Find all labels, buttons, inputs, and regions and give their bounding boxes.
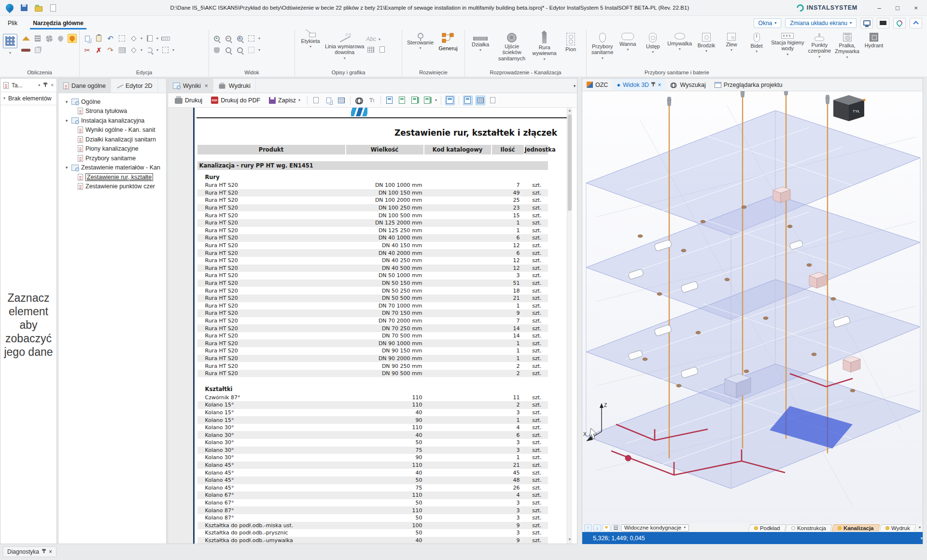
scroll-down-icon[interactable]: ▼ xyxy=(567,537,572,543)
tab-wyniki[interactable]: Wyniki × xyxy=(168,79,213,93)
chevron-down-icon[interactable]: ▾ xyxy=(3,51,17,55)
calculator-icon[interactable] xyxy=(3,34,17,48)
chevron-down-icon[interactable]: ▾ xyxy=(64,165,69,170)
ribbon-button[interactable]: Etykieta ▾ xyxy=(298,32,323,62)
diagnostics-tab[interactable]: Diagnostyka × xyxy=(3,546,56,557)
info-drop-icon[interactable] xyxy=(893,18,906,28)
print-pdf-button[interactable]: PDFDrukuj do PDF xyxy=(208,95,263,105)
panel-menu-chevron[interactable]: ▾ xyxy=(572,79,577,93)
mirror-icon[interactable] xyxy=(145,34,154,43)
chevron-down-icon[interactable]: ▾ xyxy=(916,536,923,541)
ribbon-button[interactable]: Działka ▾ xyxy=(468,32,493,63)
font-size-icon[interactable]: Tt xyxy=(367,96,377,105)
bookmarks-pane-icon[interactable] xyxy=(476,96,485,105)
chevron-down-icon[interactable]: ▾ xyxy=(258,36,260,41)
close-icon[interactable]: × xyxy=(658,82,661,88)
table-insert-icon[interactable] xyxy=(366,45,375,54)
layout-change-button[interactable]: Zmiana układu ekranu▾ xyxy=(785,18,857,28)
table-move-icon[interactable] xyxy=(117,45,126,55)
chevron-down-icon[interactable]: ▾ xyxy=(156,36,158,41)
tab-wydruki[interactable]: Wydruki xyxy=(213,79,256,93)
tab-widok-3d[interactable]: ● Widok 3D × xyxy=(612,79,665,91)
zoom-in-icon[interactable]: + xyxy=(212,34,221,43)
layer-tab[interactable]: Kanalizacja xyxy=(832,524,880,532)
pin-icon[interactable] xyxy=(42,549,46,555)
paste-icon[interactable] xyxy=(94,34,103,43)
selection-region-icon[interactable] xyxy=(247,45,256,55)
project-browser-button[interactable]: Przeglądarka projektu xyxy=(710,79,787,91)
tree-item[interactable]: Przybory sanitarne xyxy=(58,154,166,163)
zoom-area-icon[interactable] xyxy=(247,34,256,43)
layer-tab[interactable]: Konstrukcja xyxy=(785,524,832,532)
tab-dane-ogolne[interactable]: Dane ogólne xyxy=(58,79,111,93)
navigation-cube[interactable]: TYŁ xyxy=(833,95,866,121)
film-icon[interactable] xyxy=(877,18,889,28)
close-icon[interactable]: × xyxy=(49,548,52,555)
app-logo-icon[interactable] xyxy=(5,3,14,13)
visible-floors-dropdown[interactable]: Widoczne kondygnacje ▾ xyxy=(621,524,689,532)
fan-calc-icon[interactable] xyxy=(44,34,54,43)
pin-icon[interactable] xyxy=(43,83,47,88)
close-button[interactable]: × xyxy=(907,1,925,14)
tree-item[interactable]: ▾ Ogólne xyxy=(58,97,166,107)
delete-icon[interactable]: ✗ xyxy=(94,45,103,55)
ribbon-button[interactable]: Brodzik ▾ xyxy=(694,32,719,62)
properties-pane-icon[interactable] xyxy=(488,96,498,105)
copy-report-icon[interactable] xyxy=(324,96,334,105)
roof-calc-icon[interactable] xyxy=(21,34,30,43)
viewport-3d[interactable]: TYŁ Z X xyxy=(582,91,923,523)
layer-tab[interactable]: Podkład xyxy=(748,524,786,532)
rotate-icon[interactable] xyxy=(145,45,154,55)
undo-icon[interactable]: ↶ xyxy=(106,34,115,43)
search-button[interactable]: Wyszukaj xyxy=(665,79,710,91)
tree-item[interactable]: ▾ Instalacja kanalizacyjna xyxy=(58,116,166,126)
fit-width-icon[interactable] xyxy=(445,96,455,105)
ribbon-button[interactable]: Umywalka ▾ xyxy=(665,32,694,62)
zoom-previous-icon[interactable] xyxy=(224,45,233,55)
save-icon[interactable] xyxy=(19,3,29,13)
multi-page-view-icon[interactable] xyxy=(422,96,432,105)
node-icon[interactable] xyxy=(129,34,138,43)
chevron-down-icon[interactable]: ▾ xyxy=(379,37,380,42)
chevron-down-icon[interactable]: ▾ xyxy=(3,97,5,100)
chevron-down-icon[interactable]: ▾ xyxy=(140,36,142,41)
search-binoculars-icon[interactable] xyxy=(354,96,364,105)
single-page-view-icon[interactable] xyxy=(385,96,394,105)
close-icon[interactable]: × xyxy=(51,83,54,88)
collapse-ribbon-icon[interactable] xyxy=(910,18,922,28)
scroll-up-icon[interactable]: ▲ xyxy=(567,108,572,114)
floor-down-icon[interactable]: ↓ xyxy=(593,524,601,532)
cut-icon[interactable]: ✂ xyxy=(83,45,92,55)
chevron-down-icon[interactable]: ▾ xyxy=(156,48,158,52)
two-page-view-icon[interactable] xyxy=(410,96,420,105)
chevron-down-icon[interactable]: ▾ xyxy=(919,526,921,530)
align-nodes-icon[interactable] xyxy=(129,45,138,55)
tab-plik[interactable]: Plik xyxy=(0,18,25,28)
save-report-button[interactable]: Zapisz▾ xyxy=(266,96,303,105)
filter-icon[interactable] xyxy=(603,524,610,532)
ribbon-button[interactable]: Bidet ▾ xyxy=(744,32,769,62)
ribbon-button[interactable]: Ujście ścieków sanitarnych xyxy=(493,32,531,63)
print-button[interactable]: Drukuj xyxy=(172,95,205,105)
chevron-down-icon[interactable]: ▾ xyxy=(435,98,437,102)
ribbon-button[interactable]: Pralka, Zmywarka ▾ xyxy=(833,32,861,62)
ribbon-button[interactable]: Wanna ▾ xyxy=(615,32,640,62)
ribbon-button[interactable]: Rura wywiewna ▾ xyxy=(531,32,558,63)
thumbnails-pane-icon[interactable] xyxy=(463,96,473,105)
sewage-calc-icon[interactable] xyxy=(68,34,77,43)
redo-icon[interactable]: ↷ xyxy=(106,45,115,55)
chevron-down-icon[interactable]: ▾ xyxy=(64,118,69,123)
new-file-icon[interactable] xyxy=(48,3,58,13)
ribbon-button[interactable]: Pion xyxy=(558,32,583,63)
ribbon-button[interactable]: Hydrant xyxy=(861,32,886,62)
zoom-window-icon[interactable] xyxy=(235,45,244,55)
okna-button[interactable]: Okna▾ xyxy=(754,18,782,28)
ribbon-button[interactable]: 2.0 Linia wymiarowa dowolna ▾ xyxy=(323,32,366,62)
zoom-out-icon[interactable]: − xyxy=(224,34,233,43)
pin-icon[interactable] xyxy=(651,82,655,88)
chevron-down-icon[interactable]: ▾ xyxy=(38,84,40,87)
tab-ozc[interactable]: OZC xyxy=(582,79,612,91)
buildings-copy-icon[interactable] xyxy=(33,45,42,55)
table-columns-icon[interactable] xyxy=(337,96,346,105)
tree-item[interactable]: ▾ Zestawienie materiałów - Kan xyxy=(58,163,166,173)
